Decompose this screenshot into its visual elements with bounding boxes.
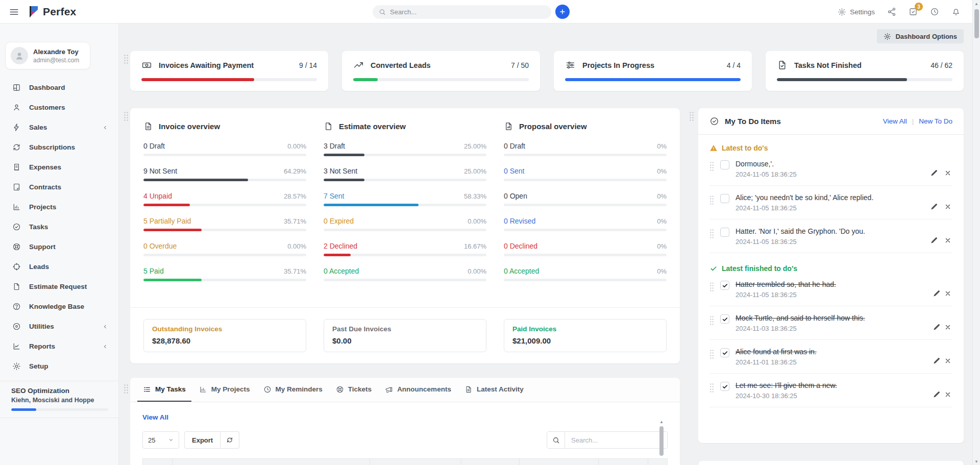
widget-drag-handle[interactable] [124, 54, 128, 64]
sidebar-item-tasks[interactable]: Tasks [0, 217, 118, 237]
new-todo-link[interactable]: New To Do [919, 117, 952, 125]
summary-outstanding-invoices[interactable]: Outstanding Invoices $28,878.60 [143, 319, 306, 352]
edit-pencil-icon[interactable] [930, 236, 938, 244]
summary-paid-invoices[interactable]: Paid Invoices $21,009.00 [504, 319, 667, 352]
page-scrollbar[interactable]: ▲ ▼ [972, 0, 980, 465]
edit-pencil-icon[interactable] [933, 390, 941, 399]
edit-pencil-icon[interactable] [930, 169, 938, 177]
status-row-draft[interactable]: 0 Draft 0% [504, 142, 667, 156]
scroll-down-arrow[interactable]: ▼ [973, 458, 980, 465]
sidebar-item-utilities[interactable]: Utilities [0, 316, 118, 336]
edit-pencil-icon[interactable] [933, 323, 941, 331]
scrollbar-thumb[interactable] [659, 426, 664, 456]
todo-notifications-button[interactable]: 3 [909, 7, 918, 16]
status-row-expired[interactable]: 0 Expired 0.00% [324, 217, 486, 231]
dashboard-options-button[interactable]: Dashboard Options [877, 29, 964, 43]
refresh-button[interactable] [220, 431, 239, 449]
todo-checkbox[interactable] [720, 160, 729, 169]
sidebar-item-knowledge-base[interactable]: Knowledge Base [0, 297, 118, 316]
delete-x-icon[interactable] [944, 169, 951, 177]
brand-logo[interactable]: Perfex [27, 5, 76, 19]
todo-checkbox[interactable] [720, 281, 729, 290]
settings-button[interactable]: Settings [838, 8, 875, 16]
todo-checkbox[interactable] [720, 314, 729, 324]
sidebar-item-support[interactable]: Support [0, 237, 118, 257]
user-card[interactable]: Alexandre Toy admin@test.com [5, 42, 90, 69]
tab-my-tasks[interactable]: My Tasks [137, 378, 191, 402]
todo-drag-handle[interactable] [709, 383, 714, 393]
status-row-not-sent[interactable]: 9 Not Sent 64.29% [143, 167, 306, 181]
todo-drag-handle[interactable] [709, 315, 714, 325]
notifications-button[interactable] [951, 7, 961, 16]
tab-my-projects[interactable]: My Projects [193, 378, 256, 402]
status-row-overdue[interactable]: 0 Overdue 0.00% [143, 242, 306, 256]
delete-x-icon[interactable] [944, 324, 951, 331]
scroll-up-arrow[interactable]: ▲ [658, 420, 665, 425]
status-row-declined[interactable]: 2 Declined 16.67% [324, 242, 486, 256]
status-row-accepted[interactable]: 0 Accepted 0.00% [324, 267, 486, 281]
delete-x-icon[interactable] [944, 391, 951, 398]
widget-drag-handle[interactable] [689, 111, 694, 121]
todo-checkbox[interactable] [720, 382, 729, 391]
delete-x-icon[interactable] [944, 203, 951, 210]
tasks-scrollbar[interactable]: ▲ [658, 420, 665, 465]
global-search[interactable] [373, 5, 551, 19]
sidebar-item-reports[interactable]: Reports [0, 336, 118, 356]
share-button[interactable] [887, 7, 896, 16]
sidebar-item-setup[interactable]: Setup [0, 356, 118, 376]
sidebar-item-dashboard[interactable]: Dashboard [0, 78, 118, 97]
widget-drag-handle[interactable] [124, 111, 128, 121]
sidebar-item-estimate-request[interactable]: Estimate Request [0, 277, 118, 297]
status-row-sent[interactable]: 7 Sent 58.33% [324, 192, 486, 206]
scrollbar-thumb[interactable] [974, 9, 979, 38]
menu-toggle-icon[interactable] [9, 7, 19, 17]
sidebar-item-expenses[interactable]: Expenses [0, 157, 118, 177]
tab-announcements[interactable]: Announcements [379, 378, 457, 402]
sidebar-item-leads[interactable]: Leads [0, 257, 118, 277]
stat-card-projects-in-progress[interactable]: Projects In Progress 4 / 4 [554, 51, 752, 91]
todo-view-all-link[interactable]: View All [883, 117, 907, 125]
tab-tickets[interactable]: Tickets [330, 378, 377, 402]
status-row-declined[interactable]: 0 Declined 0% [504, 242, 667, 256]
delete-x-icon[interactable] [944, 237, 951, 244]
summary-past-due-invoices[interactable]: Past Due Invoices $0.00 [324, 319, 486, 352]
status-row-not-sent[interactable]: 3 Not Sent 25.00% [324, 167, 486, 181]
quick-create-button[interactable] [555, 5, 570, 19]
status-row-partially-paid[interactable]: 5 Partially Paid 35.71% [143, 217, 306, 231]
tab-latest-activity[interactable]: Latest Activity [459, 378, 529, 402]
sidebar-item-sales[interactable]: Sales [0, 117, 118, 137]
page-size-select[interactable]: 25 [142, 431, 179, 449]
export-button[interactable]: Export [184, 431, 220, 449]
tasks-search-input[interactable] [565, 432, 667, 448]
status-row-accepted[interactable]: 0 Accepted 0% [504, 267, 667, 281]
sidebar-item-subscriptions[interactable]: Subscriptions [0, 137, 118, 157]
status-row-open[interactable]: 0 Open 0% [504, 192, 667, 206]
sidebar-item-contracts[interactable]: Contracts [0, 177, 118, 197]
status-row-unpaid[interactable]: 4 Unpaid 28.57% [143, 192, 306, 206]
status-row-draft[interactable]: 0 Draft 0.00% [143, 142, 306, 156]
timers-button[interactable] [930, 7, 939, 16]
status-row-sent[interactable]: 0 Sent 0% [504, 167, 667, 181]
todo-checkbox[interactable] [720, 348, 729, 357]
sidebar-item-customers[interactable]: Customers [0, 97, 118, 117]
todo-drag-handle[interactable] [709, 161, 714, 171]
scroll-up-arrow[interactable]: ▲ [973, 0, 980, 7]
todo-drag-handle[interactable] [709, 229, 714, 238]
delete-x-icon[interactable] [944, 357, 951, 364]
tasks-view-all-link[interactable]: View All [142, 413, 168, 421]
edit-pencil-icon[interactable] [933, 289, 941, 298]
todo-checkbox[interactable] [720, 228, 729, 237]
sidebar-project-widget[interactable]: SEO Optimization Kiehn, Mosciski and Hop… [11, 387, 108, 411]
status-row-paid[interactable]: 5 Paid 35.71% [143, 267, 306, 281]
edit-pencil-icon[interactable] [933, 357, 941, 365]
tab-my-reminders[interactable]: My Reminders [258, 378, 328, 402]
delete-x-icon[interactable] [944, 290, 951, 297]
todo-checkbox[interactable] [720, 194, 729, 203]
widget-drag-handle[interactable] [124, 384, 128, 394]
todo-drag-handle[interactable] [709, 195, 714, 205]
stat-card-tasks-not-finished[interactable]: Tasks Not Finished 46 / 62 [766, 51, 964, 91]
sidebar-item-projects[interactable]: Projects [0, 197, 118, 217]
stat-card-converted-leads[interactable]: Converted Leads 7 / 50 [342, 51, 540, 91]
status-row-revised[interactable]: 0 Revised 0% [504, 217, 667, 231]
status-row-draft[interactable]: 3 Draft 25.00% [324, 142, 486, 156]
